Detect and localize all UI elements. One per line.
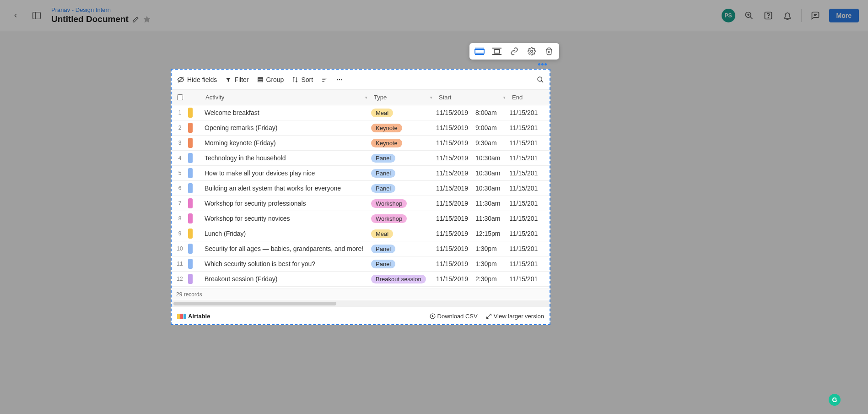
filter-button[interactable]: Filter (225, 76, 248, 83)
block-settings-button[interactable] (526, 46, 537, 57)
cell-start[interactable]: 11/15/201910:30am (436, 154, 509, 162)
type-tag: Meal (371, 229, 393, 238)
horizontal-scroll-thumb[interactable] (173, 302, 336, 305)
expand-icon (486, 313, 492, 319)
cell-end[interactable]: 11/15/201 (509, 275, 550, 283)
cell-activity[interactable]: Security for all ages — babies, grandpar… (205, 245, 371, 252)
row-color-bar (188, 274, 193, 284)
cell-activity[interactable]: How to make all your devices play nice (205, 169, 371, 177)
cell-end[interactable]: 11/15/201 (509, 230, 550, 237)
table-row[interactable]: 3Morning keynote (Friday)Keynote11/15/20… (172, 136, 550, 151)
table-row[interactable]: 11Which security solution is best for yo… (172, 256, 550, 272)
cell-end[interactable]: 11/15/201 (509, 109, 550, 116)
cell-end[interactable]: 11/15/201 (509, 260, 550, 267)
drag-handle[interactable] (538, 63, 547, 65)
table-row[interactable]: 1Welcome breakfastMeal11/15/20198:00am11… (172, 105, 550, 120)
cell-type[interactable]: Workshop (371, 199, 436, 208)
cell-start[interactable]: 11/15/20191:30pm (436, 260, 509, 267)
embed-footer: Airtable Download CSV View larger versio… (172, 308, 550, 324)
column-header-type[interactable]: Type (371, 94, 436, 101)
hide-fields-button[interactable]: Hide fields (177, 76, 217, 83)
cell-end[interactable]: 11/15/201 (509, 169, 550, 177)
table-row[interactable]: 9Lunch (Friday)Meal11/15/201912:15pm11/1… (172, 226, 550, 241)
cell-activity[interactable]: Building an alert system that works for … (205, 185, 371, 192)
row-height-button[interactable] (321, 76, 328, 83)
cell-type[interactable]: Keynote (371, 139, 436, 147)
column-header-end[interactable]: End (509, 94, 550, 101)
cell-type[interactable]: Breakout session (371, 275, 436, 283)
column-header-start[interactable]: Start (436, 94, 509, 101)
row-color-bar (188, 138, 193, 148)
table-row[interactable]: 8Workshop for security novicesWorkshop11… (172, 211, 550, 226)
cell-activity[interactable]: Lunch (Friday) (205, 230, 371, 237)
table-row[interactable]: 7Workshop for security professionalsWork… (172, 196, 550, 211)
select-all-checkbox[interactable] (172, 94, 188, 100)
sort-button[interactable]: Sort (292, 76, 313, 83)
cell-start[interactable]: 11/15/20199:30am (436, 139, 509, 147)
search-records-button[interactable] (537, 76, 544, 83)
cell-start[interactable]: 11/15/20192:30pm (436, 275, 509, 283)
table-row[interactable]: 5How to make all your devices play niceP… (172, 166, 550, 181)
cell-type[interactable]: Panel (371, 260, 436, 268)
width-small-button[interactable] (491, 46, 502, 57)
type-tag: Keynote (371, 124, 402, 132)
horizontal-scrollbar[interactable] (172, 300, 550, 307)
cell-activity[interactable]: Opening remarks (Friday) (205, 124, 371, 131)
cell-activity[interactable]: Which security solution is best for you? (205, 260, 371, 267)
cell-type[interactable]: Workshop (371, 214, 436, 223)
row-index: 4 (172, 155, 188, 161)
cell-end[interactable]: 11/15/201 (509, 200, 550, 207)
view-larger-label: View larger version (494, 313, 544, 320)
cell-activity[interactable]: Breakout session (Friday) (205, 275, 371, 283)
cell-end[interactable]: 11/15/201 (509, 154, 550, 162)
cell-type[interactable]: Meal (371, 229, 436, 238)
cell-activity[interactable]: Morning keynote (Friday) (205, 139, 371, 147)
link-button[interactable] (509, 46, 520, 57)
cell-start[interactable]: 11/15/201910:30am (436, 185, 509, 192)
row-index: 3 (172, 140, 188, 146)
more-options-button[interactable] (336, 76, 343, 83)
cell-type[interactable]: Panel (371, 245, 436, 253)
cell-start[interactable]: 11/15/20198:00am (436, 109, 509, 116)
cell-end[interactable]: 11/15/201 (509, 245, 550, 252)
cell-start[interactable]: 11/15/201911:30am (436, 215, 509, 222)
type-tag: Workshop (371, 199, 407, 208)
rows-container[interactable]: 1Welcome breakfastMeal11/15/20198:00am11… (172, 105, 550, 289)
table-row[interactable]: 6Building an alert system that works for… (172, 181, 550, 196)
view-larger-link[interactable]: View larger version (486, 313, 544, 320)
cell-start[interactable]: 11/15/201910:30am (436, 169, 509, 177)
width-large-button[interactable] (474, 46, 485, 57)
row-color-bar (188, 229, 193, 239)
cell-end[interactable]: 11/15/201 (509, 185, 550, 192)
cell-activity[interactable]: Technology in the household (205, 154, 371, 162)
cell-start[interactable]: 11/15/20199:00am (436, 124, 509, 131)
cell-end[interactable]: 11/15/201 (509, 124, 550, 131)
cell-type[interactable]: Meal (371, 109, 436, 117)
table-row[interactable]: 10Security for all ages — babies, grandp… (172, 241, 550, 256)
cell-activity[interactable]: Workshop for security novices (205, 215, 371, 222)
airtable-logo[interactable]: Airtable (177, 313, 210, 320)
cell-type[interactable]: Keynote (371, 124, 436, 132)
column-header-activity[interactable]: Activity (193, 94, 371, 101)
svg-point-28 (538, 77, 542, 81)
width-small-icon (492, 48, 502, 55)
grammarly-badge[interactable]: G (829, 394, 841, 406)
cell-type[interactable]: Panel (371, 154, 436, 163)
cell-end[interactable]: 11/15/201 (509, 139, 550, 147)
cell-start[interactable]: 11/15/201911:30am (436, 200, 509, 207)
cell-start[interactable]: 11/15/201912:15pm (436, 230, 509, 237)
cell-type[interactable]: Panel (371, 184, 436, 193)
cell-activity[interactable]: Workshop for security professionals (205, 200, 371, 207)
footer-right: Download CSV View larger version (430, 313, 544, 320)
table-row[interactable]: 12Breakout session (Friday)Breakout sess… (172, 272, 550, 287)
cell-start[interactable]: 11/15/20191:30pm (436, 245, 509, 252)
group-button[interactable]: Group (257, 76, 284, 83)
table-row[interactable]: 4Technology in the householdPanel11/15/2… (172, 151, 550, 166)
download-csv-link[interactable]: Download CSV (430, 313, 478, 320)
cell-activity[interactable]: Welcome breakfast (205, 109, 371, 116)
cell-type[interactable]: Panel (371, 169, 436, 178)
row-height-icon (321, 76, 328, 83)
delete-block-button[interactable] (544, 46, 555, 57)
table-row[interactable]: 2Opening remarks (Friday)Keynote11/15/20… (172, 120, 550, 136)
cell-end[interactable]: 11/15/201 (509, 215, 550, 222)
